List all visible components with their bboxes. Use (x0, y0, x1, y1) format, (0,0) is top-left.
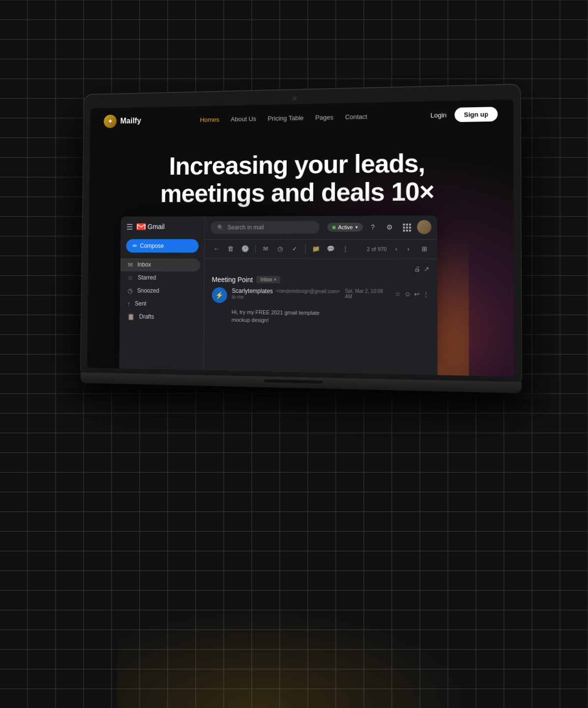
user-avatar[interactable] (417, 220, 431, 235)
grid-dot (406, 230, 408, 232)
signup-button[interactable]: Sign up (455, 107, 498, 122)
gmail-m-logo (136, 223, 146, 230)
nav-pages[interactable]: Pages (315, 113, 333, 121)
inbox-label: Inbox (137, 261, 151, 268)
sender-name: Scarlytemplates (232, 287, 273, 295)
mark-unread-button[interactable]: ✉ (260, 243, 272, 255)
email-date: Sat, Mar 2, 10:08 AM (345, 288, 391, 300)
labels-button[interactable]: 💬 (324, 243, 337, 255)
sidebar-item-drafts[interactable]: 📋 Drafts (119, 310, 200, 324)
archive-button[interactable]: 🗑 (225, 243, 237, 255)
nav-contact[interactable]: Contact (345, 113, 367, 121)
toolbar-separator-2 (305, 245, 305, 253)
sidebar-item-snoozed[interactable]: ◷ Snoozed (120, 284, 200, 298)
starred-label: Starred (138, 275, 156, 281)
search-icon: 🔍 (217, 224, 224, 231)
more-actions-button[interactable]: ⋮ (339, 243, 352, 255)
grid-dot (409, 230, 411, 232)
login-button[interactable]: Login (431, 111, 447, 119)
open-new-window-button[interactable]: ↗ (424, 265, 429, 273)
drafts-label: Drafts (139, 313, 154, 320)
grid-dot (406, 224, 408, 226)
pagination-nav: ‹ › (391, 244, 414, 254)
gmail-topbar: 🔍 Search in mail Active ▾ ? ⚙ (205, 215, 437, 240)
search-bar[interactable]: 🔍 Search in mail (210, 221, 320, 234)
drafts-icon: 📋 (127, 313, 134, 320)
snooze-button[interactable]: ◷ (274, 243, 287, 255)
email-inbox-tag[interactable]: Inbox × (257, 276, 280, 283)
grid-dot (403, 230, 405, 232)
nav-about[interactable]: About Us (231, 115, 256, 123)
laptop-screen-content: ✦ Mailfy Homes About Us Pricing Table Pa… (87, 99, 514, 377)
email-subject: Meeting Point (212, 276, 253, 283)
apps-grid-btn[interactable] (400, 220, 414, 235)
active-dot-indicator (332, 226, 336, 229)
email-top-actions: 🖨 ↗ (212, 264, 429, 273)
active-label: Active (338, 224, 353, 230)
gmail-header: ☰ Gmail (120, 222, 204, 237)
gmail-logo: Gmail (136, 223, 164, 231)
pagination-text: 2 of 970 (367, 246, 386, 252)
email-sender-row: ⚡ Scarlytemplates <randomdesign@gmail.co… (212, 287, 429, 305)
nav-pricing[interactable]: Pricing Table (268, 114, 304, 122)
grid-dot (403, 224, 405, 226)
sidebar-item-inbox[interactable]: ✉ Inbox (120, 258, 201, 272)
nav-links: Homes About Us Pricing Table Pages Conta… (200, 113, 367, 123)
camera-notch (293, 96, 296, 100)
move-to-button[interactable]: 📁 (309, 243, 322, 255)
prev-page-button[interactable]: ‹ (391, 244, 402, 254)
settings-icon-btn[interactable]: ⚙ (383, 220, 397, 234)
sender-avatar: ⚡ (212, 287, 227, 303)
sent-icon: ↑ (127, 300, 130, 308)
done-button[interactable]: ✓ (289, 243, 301, 255)
gmail-mockup: ☰ Gmail ✏ Compose (119, 215, 437, 375)
compose-button[interactable]: ✏ Compose (126, 239, 198, 253)
nav-homes[interactable]: Homes (200, 116, 220, 123)
pagination-info: 2 of 970 ‹ › ⊞ (367, 243, 431, 256)
floor-glow (118, 610, 470, 708)
grid-dot (409, 227, 411, 229)
logo-text: Mailfy (120, 117, 142, 125)
email-body: Hi, try my FREE 2021 gmail template mock… (211, 308, 429, 327)
grid-dot (406, 227, 408, 229)
back-button[interactable]: ← (210, 243, 222, 255)
hero-title: Increasing your leads, meetings and deal… (160, 149, 434, 208)
reply-button[interactable]: ↩ (414, 290, 419, 298)
email-subject-row: Meeting Point Inbox × (212, 276, 429, 285)
compose-pen-icon: ✏ (132, 243, 137, 249)
sender-email: <randomdesign@gmail.com> (276, 288, 340, 294)
toolbar-separator (255, 245, 256, 253)
laptop-screen-bezel: ✦ Mailfy Homes About Us Pricing Table Pa… (81, 84, 522, 382)
gmail-main-panel: 🔍 Search in mail Active ▾ ? ⚙ (204, 215, 438, 375)
nav-actions: Login Sign up (431, 107, 498, 123)
email-body-line2: mockup design! (232, 316, 429, 327)
gmail-app-name: Gmail (147, 223, 165, 231)
emoji-button[interactable]: ☺ (404, 290, 411, 298)
sender-to: to me (232, 294, 340, 301)
layout-toggle-button[interactable]: ⊞ (418, 243, 431, 256)
next-page-button[interactable]: › (403, 244, 414, 254)
email-inline-actions: ☆ ☺ ↩ ⋮ (395, 290, 429, 298)
active-chevron-icon: ▾ (355, 225, 358, 230)
gmail-sidebar: ☰ Gmail ✏ Compose (119, 216, 205, 370)
star-email-button[interactable]: ☆ (395, 290, 401, 298)
active-status-badge[interactable]: Active ▾ (327, 223, 363, 232)
search-placeholder: Search in mail (228, 224, 264, 231)
sent-label: Sent (135, 300, 146, 307)
clock-icon: ◷ (127, 287, 133, 294)
grid-dot (409, 224, 411, 226)
laptop-device: ✦ Mailfy Homes About Us Pricing Table Pa… (80, 84, 522, 399)
logo-icon: ✦ (104, 115, 117, 128)
print-button[interactable]: 🖨 (414, 265, 420, 273)
grid-dot (403, 227, 405, 229)
sidebar-item-sent[interactable]: ↑ Sent (120, 297, 200, 311)
help-icon-btn[interactable]: ? (366, 220, 380, 234)
sidebar-item-starred[interactable]: ☆ Starred (120, 271, 200, 284)
delete-button[interactable]: 🕐 (239, 243, 252, 255)
inbox-icon: ✉ (128, 261, 133, 269)
more-email-actions-button[interactable]: ⋮ (422, 291, 429, 298)
compose-label: Compose (140, 243, 164, 249)
hamburger-icon[interactable]: ☰ (126, 222, 133, 232)
email-content-area: 🖨 ↗ Meeting Point Inbox × ⚡ (204, 258, 438, 375)
email-toolbar: ← 🗑 🕐 ✉ ◷ ✓ 📁 💬 ⋮ 2 of 970 (205, 240, 438, 259)
